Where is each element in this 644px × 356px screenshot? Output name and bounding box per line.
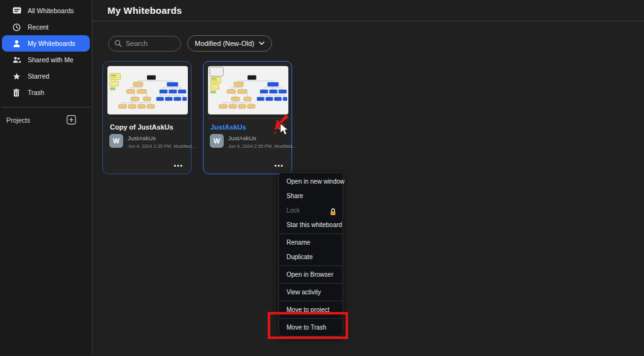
add-project-button[interactable]: [67, 115, 76, 125]
sidebar-item-all-whiteboards[interactable]: All Whiteboards: [2, 3, 90, 19]
sidebar-item-label: Shared with Me: [28, 56, 74, 64]
sidebar-item-shared-with-me[interactable]: Shared with Me: [2, 52, 90, 68]
card-owner-row: W JustAskUs Jun 4, 2024 2:35 PM, Modifie…: [210, 134, 296, 149]
menu-item-rename[interactable]: Rename: [279, 235, 342, 250]
sort-dropdown-button[interactable]: Modified (New-Old): [187, 35, 272, 52]
people-icon: [13, 55, 21, 64]
card-modified-meta: Jun 4, 2024 2:35 PM, Modified...: [128, 143, 195, 149]
whiteboard-card-justaskus[interactable]: JustAskUs W JustAskUs Jun 4, 2024 2:35 P…: [203, 61, 292, 174]
card-title: JustAskUs: [210, 123, 246, 131]
card-divider: [107, 118, 188, 119]
menu-item-open-in-new-window[interactable]: Open in new window: [279, 174, 342, 189]
projects-label: Projects: [6, 116, 30, 124]
sidebar-item-trash[interactable]: Trash: [2, 84, 90, 101]
main-panel: My Whiteboards Modified (New-Old): [92, 0, 644, 356]
menu-divider: [279, 318, 342, 319]
card-title: Copy of JustAskUs: [110, 123, 173, 131]
card-modified-meta: Jun 4, 2024 2:35 PM, Modified...: [228, 143, 296, 149]
whiteboard-thumbnail[interactable]: [107, 66, 188, 114]
card-more-options-button[interactable]: [174, 165, 182, 167]
projects-section: Projects: [6, 115, 76, 125]
person-icon: [13, 39, 21, 48]
menu-item-move-to-trash[interactable]: Move to Trash: [279, 320, 342, 335]
avatar: W: [210, 134, 224, 148]
sidebar-item-my-whiteboards[interactable]: My Whiteboards: [2, 35, 90, 52]
whiteboard-card-grid: Copy of JustAskUs W JustAskUs Jun 4, 202…: [102, 61, 644, 174]
search-field[interactable]: [126, 40, 176, 47]
card-owner-row: W JustAskUs Jun 4, 2024 2:35 PM, Modifie…: [109, 134, 195, 149]
card-divider: [208, 118, 288, 119]
search-icon: [114, 40, 122, 47]
sidebar-item-label: All Whiteboards: [28, 7, 74, 14]
card-owner-name: JustAskUs: [228, 135, 296, 142]
page-title: My Whiteboards: [107, 5, 182, 16]
toolbar: Modified (New-Old): [108, 35, 644, 52]
menu-divider: [279, 301, 342, 301]
whiteboard-card-copy-of-justaskus[interactable]: Copy of JustAskUs W JustAskUs Jun 4, 202…: [102, 61, 192, 174]
sidebar-item-recent[interactable]: Recent: [2, 19, 90, 35]
main-header: My Whiteboards: [92, 0, 644, 21]
menu-item-view-activity[interactable]: View activity: [279, 285, 342, 299]
menu-item-share[interactable]: Share: [279, 189, 342, 203]
trash-icon: [13, 88, 21, 97]
sidebar-item-starred[interactable]: Starred: [2, 68, 90, 84]
menu-item-star-this-whiteboard[interactable]: Star this whiteboard: [279, 218, 342, 232]
menu-item-open-in-browser[interactable]: Open in Browser: [279, 267, 342, 282]
clock-icon: [13, 23, 21, 31]
whiteboard-icon: [13, 6, 21, 15]
menu-divider: [279, 233, 342, 234]
flowchart-preview: [107, 66, 188, 114]
sort-dropdown-label: Modified (New-Old): [195, 40, 254, 47]
whiteboard-context-menu: Open in new window Share Lock Star this …: [278, 172, 343, 337]
search-input[interactable]: [108, 36, 181, 52]
sidebar-item-label: Recent: [28, 23, 48, 31]
chevron-down-icon: [259, 42, 265, 45]
sidebar-divider: [1, 107, 90, 108]
whiteboards-app-window: All Whiteboards Recent My Whiteboards Sh…: [0, 0, 644, 356]
card-more-options-button[interactable]: [275, 165, 283, 167]
menu-item-duplicate[interactable]: Duplicate: [279, 250, 342, 264]
menu-divider: [279, 265, 342, 266]
avatar: W: [109, 134, 123, 148]
menu-divider: [279, 283, 342, 284]
menu-item-lock[interactable]: Lock: [279, 203, 342, 218]
star-icon: [13, 72, 21, 81]
sidebar-item-label: Trash: [28, 89, 44, 96]
card-owner-name: JustAskUs: [128, 135, 195, 142]
menu-item-move-to-project[interactable]: Move to project: [279, 303, 342, 317]
sidebar-item-label: Starred: [28, 72, 49, 80]
sidebar-item-label: My Whiteboards: [28, 40, 75, 47]
whiteboard-thumbnail[interactable]: [208, 66, 288, 114]
sidebar: All Whiteboards Recent My Whiteboards Sh…: [0, 0, 92, 356]
star-outline-icon[interactable]: [277, 121, 285, 133]
flowchart-preview: [208, 66, 288, 114]
